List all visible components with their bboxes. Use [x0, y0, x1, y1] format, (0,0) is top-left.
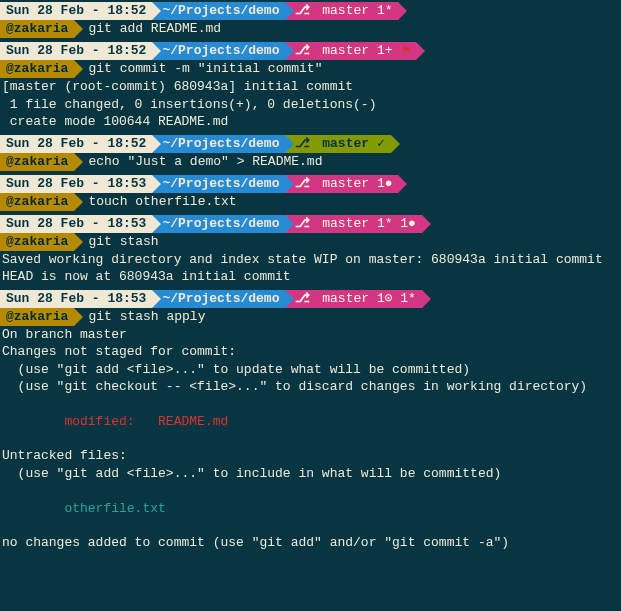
user-segment: @zakaria: [0, 60, 74, 78]
output-line: [master (root-commit) 680943a] initial c…: [2, 78, 621, 96]
branch-icon: ⎇: [295, 42, 310, 60]
branch-text: master 1* 1●: [314, 215, 415, 233]
branch-segment: ⎇ master 1⊙ 1*: [285, 290, 421, 308]
output-line: Changes not staged for commit:: [2, 343, 621, 361]
prompt-line: Sun 28 Feb - 18:53~/Projects/demo⎇ maste…: [0, 215, 621, 233]
branch-icon: ⎇: [295, 290, 310, 308]
branch-text: master 1⊙ 1*: [314, 290, 415, 308]
prompt-line: Sun 28 Feb - 18:53~/Projects/demo⎇ maste…: [0, 290, 621, 308]
timestamp-segment: Sun 28 Feb - 18:52: [0, 135, 152, 153]
branch-icon: ⎇: [295, 135, 310, 153]
command-text: git add README.md: [74, 20, 221, 38]
path-segment: ~/Projects/demo: [152, 2, 285, 20]
user-segment: @zakaria: [0, 20, 74, 38]
command-line[interactable]: @zakariaecho "Just a demo" > README.md: [0, 153, 621, 171]
branch-segment: ⎇ master 1*: [285, 2, 398, 20]
output: [master (root-commit) 680943a] initial c…: [0, 78, 621, 131]
branch-segment: ⎇ master 1+ ⚑: [285, 42, 416, 60]
command-line[interactable]: @zakariagit commit -m "initial commit": [0, 60, 621, 78]
branch-text: master ✓: [314, 135, 384, 153]
terminal-block: Sun 28 Feb - 18:53~/Projects/demo⎇ maste…: [0, 175, 621, 211]
branch-icon: ⎇: [295, 2, 310, 20]
branch-icon: ⎇: [295, 175, 310, 193]
branch-text: master 1*: [314, 2, 392, 20]
user-segment: @zakaria: [0, 233, 74, 251]
branch-segment: ⎇ master 1* 1●: [285, 215, 421, 233]
output-line: [2, 483, 621, 500]
path-segment: ~/Projects/demo: [152, 215, 285, 233]
command-text: touch otherfile.txt: [74, 193, 236, 211]
prompt-line: Sun 28 Feb - 18:52~/Projects/demo⎇ maste…: [0, 135, 621, 153]
timestamp-segment: Sun 28 Feb - 18:52: [0, 2, 152, 20]
output-line: (use "git add <file>..." to update what …: [2, 361, 621, 379]
command-text: git commit -m "initial commit": [74, 60, 322, 78]
output-line: [2, 430, 621, 447]
output-line: create mode 100644 README.md: [2, 113, 621, 131]
terminal-block: Sun 28 Feb - 18:52~/Projects/demo⎇ maste…: [0, 2, 621, 38]
output-line: 1 file changed, 0 insertions(+), 0 delet…: [2, 96, 621, 114]
prompt-line: Sun 28 Feb - 18:53~/Projects/demo⎇ maste…: [0, 175, 621, 193]
branch-icon: ⎇: [295, 215, 310, 233]
command-text: git stash apply: [74, 308, 205, 326]
output-line: otherfile.txt: [2, 500, 621, 518]
command-line[interactable]: @zakariagit stash: [0, 233, 621, 251]
terminal-block: Sun 28 Feb - 18:53~/Projects/demo⎇ maste…: [0, 290, 621, 552]
user-segment: @zakaria: [0, 308, 74, 326]
output-line: modified: README.md: [2, 413, 621, 431]
command-line[interactable]: @zakariagit add README.md: [0, 20, 621, 38]
terminal-block: Sun 28 Feb - 18:52~/Projects/demo⎇ maste…: [0, 42, 621, 131]
output-line: no changes added to commit (use "git add…: [2, 534, 621, 552]
command-line[interactable]: @zakariatouch otherfile.txt: [0, 193, 621, 211]
output-line: On branch master: [2, 326, 621, 344]
branch-segment: ⎇ master 1●: [285, 175, 398, 193]
output: On branch masterChanges not staged for c…: [0, 326, 621, 552]
timestamp-segment: Sun 28 Feb - 18:53: [0, 215, 152, 233]
output: Saved working directory and index state …: [0, 251, 621, 286]
output-line: HEAD is now at 680943a initial commit: [2, 268, 621, 286]
branch-text: master 1●: [314, 175, 392, 193]
command-text: git stash: [74, 233, 158, 251]
timestamp-segment: Sun 28 Feb - 18:52: [0, 42, 152, 60]
timestamp-segment: Sun 28 Feb - 18:53: [0, 290, 152, 308]
output-line: Untracked files:: [2, 447, 621, 465]
command-line[interactable]: @zakariagit stash apply: [0, 308, 621, 326]
user-segment: @zakaria: [0, 153, 74, 171]
flag-icon: ⚑: [402, 42, 410, 60]
output-line: (use "git checkout -- <file>..." to disc…: [2, 378, 621, 396]
terminal-block: Sun 28 Feb - 18:53~/Projects/demo⎇ maste…: [0, 215, 621, 286]
path-segment: ~/Projects/demo: [152, 135, 285, 153]
output-line: (use "git add <file>..." to include in w…: [2, 465, 621, 483]
path-segment: ~/Projects/demo: [152, 290, 285, 308]
branch-segment: ⎇ master ✓: [285, 135, 390, 153]
path-segment: ~/Projects/demo: [152, 42, 285, 60]
user-segment: @zakaria: [0, 193, 74, 211]
path-segment: ~/Projects/demo: [152, 175, 285, 193]
terminal-block: Sun 28 Feb - 18:52~/Projects/demo⎇ maste…: [0, 135, 621, 171]
output-line: [2, 517, 621, 534]
command-text: echo "Just a demo" > README.md: [74, 153, 322, 171]
prompt-line: Sun 28 Feb - 18:52~/Projects/demo⎇ maste…: [0, 2, 621, 20]
prompt-line: Sun 28 Feb - 18:52~/Projects/demo⎇ maste…: [0, 42, 621, 60]
timestamp-segment: Sun 28 Feb - 18:53: [0, 175, 152, 193]
branch-text: master 1+: [314, 42, 400, 60]
output-line: [2, 396, 621, 413]
output-line: Saved working directory and index state …: [2, 251, 621, 269]
